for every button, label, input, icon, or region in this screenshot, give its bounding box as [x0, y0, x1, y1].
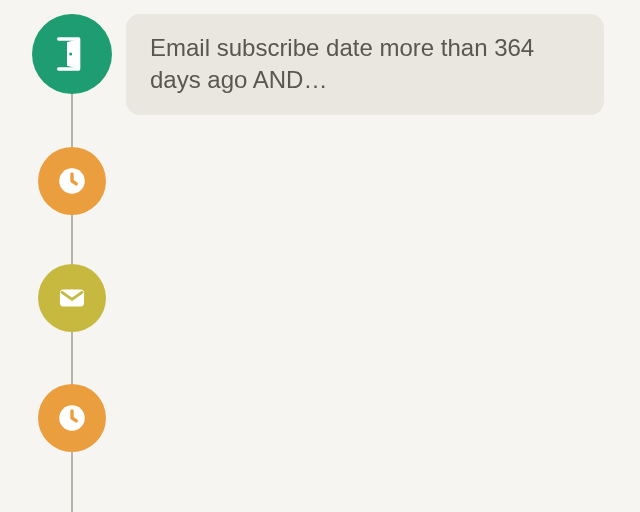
mail-icon	[55, 281, 89, 315]
flow-node-start-card-text: Email subscribe date more than 364 days …	[150, 34, 534, 93]
flow-node-email[interactable]	[38, 264, 106, 332]
flow-node-wait-2[interactable]	[38, 384, 106, 452]
connector-line	[71, 452, 73, 512]
flow-node-wait-1[interactable]	[38, 147, 106, 215]
clock-icon	[55, 401, 89, 435]
svg-point-0	[69, 53, 72, 56]
door-icon	[52, 34, 92, 74]
flow-node-start[interactable]	[32, 14, 112, 94]
workflow-canvas: Email subscribe date more than 364 days …	[0, 0, 640, 512]
clock-icon	[55, 164, 89, 198]
flow-node-start-card[interactable]: Email subscribe date more than 364 days …	[126, 14, 604, 115]
connector-line	[71, 332, 73, 384]
connector-line	[71, 212, 73, 264]
